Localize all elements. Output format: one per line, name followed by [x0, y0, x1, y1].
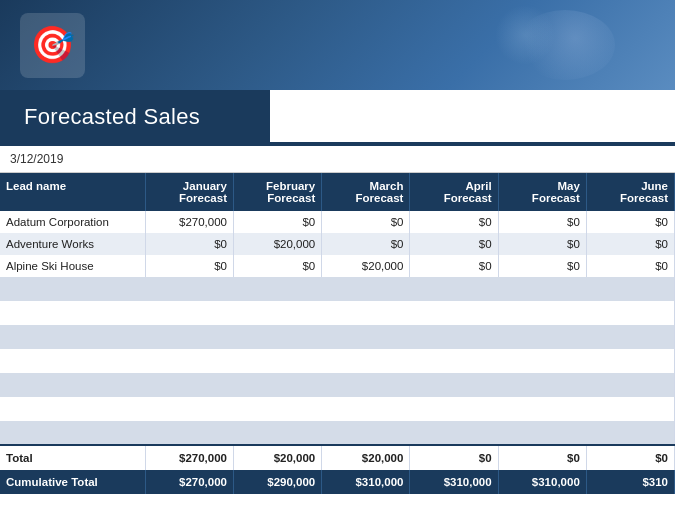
cumulative-apr: $310,000 — [410, 470, 498, 494]
cell-may: $0 — [498, 233, 586, 255]
table-row: Adventure Works $0 $20,000 $0 $0 $0 $0 — [0, 233, 675, 255]
header-banner: 🎯 — [0, 0, 675, 90]
total-jun: $0 — [586, 445, 674, 470]
total-may: $0 — [498, 445, 586, 470]
total-feb: $20,000 — [233, 445, 321, 470]
cumulative-label: Cumulative Total — [0, 470, 145, 494]
cell-jan: $0 — [145, 255, 233, 277]
table-wrapper: Lead name January Forecast February Fore… — [0, 173, 675, 494]
cell-lead-name: Adventure Works — [0, 233, 145, 255]
cell-jan: $270,000 — [145, 211, 233, 233]
cell-mar: $0 — [322, 233, 410, 255]
title-section: Forecasted Sales — [0, 90, 675, 146]
cell-lead-name: Adatum Corporation — [0, 211, 145, 233]
col-jun: June Forecast — [586, 173, 674, 211]
col-mar: March Forecast — [322, 173, 410, 211]
cell-apr: $0 — [410, 233, 498, 255]
total-label: Total — [0, 445, 145, 470]
cell-may: $0 — [498, 211, 586, 233]
page-title: Forecasted Sales — [24, 104, 200, 129]
col-feb: February Forecast — [233, 173, 321, 211]
cumulative-row: Cumulative Total $270,000 $290,000 $310,… — [0, 470, 675, 494]
cell-jan: $0 — [145, 233, 233, 255]
total-mar: $20,000 — [322, 445, 410, 470]
logo-box: 🎯 — [20, 13, 85, 78]
empty-row — [0, 397, 675, 421]
empty-row — [0, 349, 675, 373]
col-jan: January Forecast — [145, 173, 233, 211]
title-right — [270, 90, 675, 144]
logo-icon: 🎯 — [30, 24, 75, 66]
cell-feb: $0 — [233, 211, 321, 233]
title-box: Forecasted Sales — [0, 90, 270, 144]
col-apr: April Forecast — [410, 173, 498, 211]
table-row: Adatum Corporation $270,000 $0 $0 $0 $0 … — [0, 211, 675, 233]
cell-jun: $0 — [586, 211, 674, 233]
col-lead-name: Lead name — [0, 173, 145, 211]
empty-row — [0, 325, 675, 349]
cell-may: $0 — [498, 255, 586, 277]
report-date: 3/12/2019 — [10, 152, 63, 166]
total-apr: $0 — [410, 445, 498, 470]
table-row: Alpine Ski House $0 $0 $20,000 $0 $0 $0 — [0, 255, 675, 277]
cell-feb: $0 — [233, 255, 321, 277]
cumulative-jun: $310 — [586, 470, 674, 494]
total-jan: $270,000 — [145, 445, 233, 470]
forecast-table: Lead name January Forecast February Fore… — [0, 173, 675, 494]
cumulative-jan: $270,000 — [145, 470, 233, 494]
cell-mar: $0 — [322, 211, 410, 233]
cell-jun: $0 — [586, 255, 674, 277]
empty-row — [0, 421, 675, 445]
cell-apr: $0 — [410, 211, 498, 233]
cell-apr: $0 — [410, 255, 498, 277]
col-may: May Forecast — [498, 173, 586, 211]
empty-row — [0, 301, 675, 325]
cumulative-feb: $290,000 — [233, 470, 321, 494]
total-row: Total $270,000 $20,000 $20,000 $0 $0 $0 — [0, 445, 675, 470]
cell-jun: $0 — [586, 233, 674, 255]
cumulative-may: $310,000 — [498, 470, 586, 494]
empty-row — [0, 277, 675, 301]
table-header-row: Lead name January Forecast February Fore… — [0, 173, 675, 211]
cumulative-mar: $310,000 — [322, 470, 410, 494]
date-section: 3/12/2019 — [0, 146, 675, 173]
cell-mar: $20,000 — [322, 255, 410, 277]
empty-row — [0, 373, 675, 397]
cell-feb: $20,000 — [233, 233, 321, 255]
cell-lead-name: Alpine Ski House — [0, 255, 145, 277]
